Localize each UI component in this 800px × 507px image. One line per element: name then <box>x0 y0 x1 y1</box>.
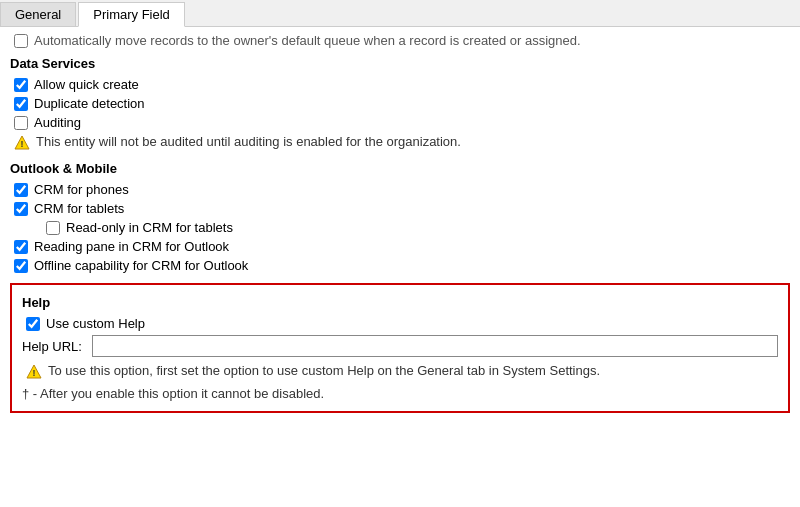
crm-tablets-label: CRM for tablets <box>34 201 124 216</box>
queue-row: Automatically move records to the owner'… <box>10 33 790 48</box>
auditing-row: Auditing <box>10 115 790 130</box>
help-url-input[interactable] <box>92 335 778 357</box>
crm-tablets-checkbox[interactable] <box>14 202 28 216</box>
offline-capability-row: Offline capability for CRM for Outlook <box>10 258 790 273</box>
allow-quick-create-checkbox[interactable] <box>14 78 28 92</box>
help-warning-icon: ! <box>26 364 42 380</box>
crm-phones-label: CRM for phones <box>34 182 129 197</box>
reading-pane-row: Reading pane in CRM for Outlook <box>10 239 790 254</box>
queue-label: Automatically move records to the owner'… <box>34 33 581 48</box>
duplicate-detection-checkbox[interactable] <box>14 97 28 111</box>
help-section: Help Use custom Help Help URL: ! To use … <box>10 283 790 413</box>
data-services-section: Data Services Allow quick create Duplica… <box>10 56 790 151</box>
help-title: Help <box>22 295 778 310</box>
outlook-mobile-title: Outlook & Mobile <box>10 161 790 176</box>
use-custom-help-checkbox[interactable] <box>26 317 40 331</box>
help-warning-row: ! To use this option, first set the opti… <box>22 363 778 380</box>
help-warning-text: To use this option, first set the option… <box>48 363 600 378</box>
reading-pane-checkbox[interactable] <box>14 240 28 254</box>
crm-tablets-row: CRM for tablets <box>10 201 790 216</box>
tab-bar: General Primary Field <box>0 0 800 27</box>
offline-capability-checkbox[interactable] <box>14 259 28 273</box>
crm-phones-row: CRM for phones <box>10 182 790 197</box>
data-services-title: Data Services <box>10 56 790 71</box>
offline-capability-label: Offline capability for CRM for Outlook <box>34 258 248 273</box>
help-footnote: † - After you enable this option it cann… <box>22 386 778 401</box>
reading-pane-label: Reading pane in CRM for Outlook <box>34 239 229 254</box>
warning-icon: ! <box>14 135 30 151</box>
readonly-crm-tablets-row: Read-only in CRM for tablets <box>10 220 790 235</box>
svg-text:!: ! <box>33 368 36 378</box>
auditing-warning: ! This entity will not be audited until … <box>10 134 790 151</box>
duplicate-detection-label: Duplicate detection <box>34 96 145 111</box>
use-custom-help-row: Use custom Help <box>22 316 778 331</box>
readonly-crm-tablets-label: Read-only in CRM for tablets <box>66 220 233 235</box>
auditing-checkbox[interactable] <box>14 116 28 130</box>
crm-phones-checkbox[interactable] <box>14 183 28 197</box>
use-custom-help-label: Use custom Help <box>46 316 145 331</box>
help-url-label: Help URL: <box>22 339 82 354</box>
readonly-crm-tablets-checkbox[interactable] <box>46 221 60 235</box>
allow-quick-create-row: Allow quick create <box>10 77 790 92</box>
duplicate-detection-row: Duplicate detection <box>10 96 790 111</box>
queue-checkbox[interactable] <box>14 34 28 48</box>
content-area: Automatically move records to the owner'… <box>0 27 800 423</box>
outlook-mobile-section: Outlook & Mobile CRM for phones CRM for … <box>10 161 790 273</box>
svg-text:!: ! <box>21 139 24 149</box>
help-url-row: Help URL: <box>22 335 778 357</box>
tab-general[interactable]: General <box>0 2 76 26</box>
auditing-label: Auditing <box>34 115 81 130</box>
tab-primary-field[interactable]: Primary Field <box>78 2 185 27</box>
allow-quick-create-label: Allow quick create <box>34 77 139 92</box>
auditing-warning-text: This entity will not be audited until au… <box>36 134 461 149</box>
